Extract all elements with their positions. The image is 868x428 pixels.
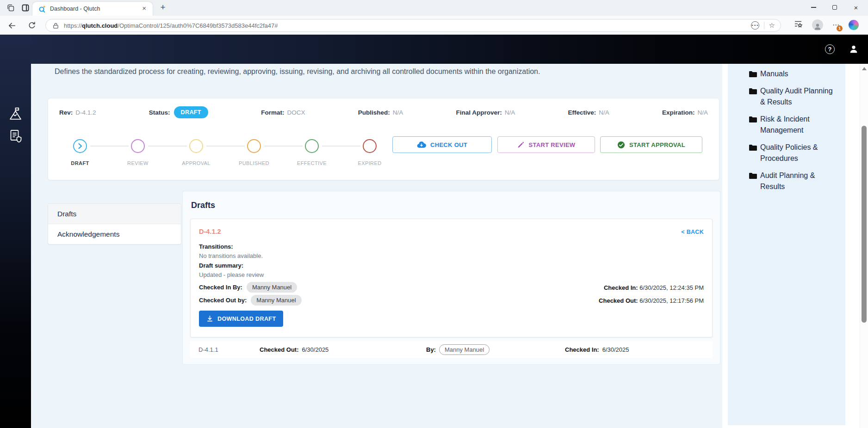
back-icon[interactable] — [6, 19, 18, 31]
checked-in-timestamp: Checked In: 6/30/2025, 12:24:35 PM — [604, 284, 704, 291]
folder-icon — [749, 144, 757, 151]
step-label-effective: EFFECTIVE — [286, 160, 337, 166]
browser-tab[interactable]: Dashboard - Qlutch × — [32, 2, 153, 16]
folder-label: Risk & Incident Management — [760, 114, 839, 136]
url-scheme: https:// — [64, 22, 82, 29]
step-label-review: REVIEW — [112, 160, 163, 166]
folder-icon — [749, 87, 757, 95]
screen: Dashboard - Qlutch × + × https://qlutch.… — [0, 0, 868, 428]
meta-format: Format:DOCX — [261, 109, 305, 116]
step-label-expired: EXPIRED — [344, 160, 395, 166]
address-bar[interactable]: https://qlutch.cloud/OptimaControl/125/a… — [45, 19, 781, 32]
refresh-icon[interactable] — [26, 19, 38, 31]
effective-value: N/A — [599, 109, 609, 116]
new-tab-button[interactable]: + — [156, 1, 169, 14]
meta-effective: Effective:N/A — [568, 109, 609, 116]
folder-item-quality-policies[interactable]: Quality Policies & Procedures — [749, 142, 845, 164]
transitions-label: Transitions: — [199, 243, 233, 250]
checked-out-value: 6/30/2025, 12:17:56 PM — [639, 297, 704, 304]
step-circle-review — [131, 139, 145, 153]
favorites-list-icon[interactable] — [794, 19, 803, 31]
rev-value: D-4.1.2 — [75, 109, 96, 116]
folder-item-manuals[interactable]: Manuals — [749, 68, 845, 79]
drafts-panel: Drafts D-4.1.2 < BACK Transitions: No tr… — [182, 191, 720, 365]
scrollbar-up-arrow[interactable] — [862, 67, 867, 70]
url-host: qlutch.cloud — [82, 22, 118, 29]
folder-label: Quality Audit Planning & Results — [760, 86, 839, 108]
bookmark-star-icon[interactable]: ☆ — [769, 21, 775, 30]
folder-label: Audit Planning & Results — [760, 170, 839, 192]
more-options-icon[interactable]: ••• — [751, 21, 759, 30]
published-value: N/A — [393, 109, 403, 116]
section-tabs-card: Drafts Acknowledgements — [48, 203, 181, 245]
window-minimize-button[interactable] — [806, 1, 821, 14]
start-approval-button[interactable]: START APPROVAL — [600, 136, 702, 153]
browser-settings-icon[interactable]: ⋯ 1 — [832, 21, 839, 29]
check-circle-icon — [617, 141, 625, 149]
history-checked-in-label: Checked In: — [565, 346, 599, 353]
expiration-label: Expiration: — [662, 109, 695, 116]
checked-out-by-label: Checked Out by: — [199, 297, 247, 304]
milestone-mountain-icon[interactable] — [8, 107, 23, 123]
step-circle-approval — [189, 139, 203, 153]
tab-close-icon[interactable]: × — [142, 2, 146, 16]
check-out-button[interactable]: CHECK OUT — [392, 136, 492, 153]
drafts-panel-title: Drafts — [191, 201, 215, 210]
cloud-download-icon — [417, 141, 426, 148]
folder-label: Manuals — [760, 68, 839, 79]
format-value: DOCX — [287, 109, 305, 116]
history-draft-id: D-4.1.1 — [198, 346, 260, 353]
back-link[interactable]: < BACK — [681, 229, 704, 235]
page-scrollbar[interactable] — [860, 64, 868, 428]
draft-id: D-4.1.2 — [199, 228, 221, 235]
workspaces-icon[interactable] — [6, 3, 16, 12]
published-label: Published: — [358, 109, 390, 116]
step-label-draft: DRAFT — [55, 160, 105, 166]
download-draft-button[interactable]: DOWNLOAD DRAFT — [199, 311, 283, 327]
history-by: By:Manny Manuel — [426, 344, 565, 355]
check-out-label: CHECK OUT — [430, 141, 467, 148]
profile-avatar[interactable] — [812, 19, 823, 31]
browser-tab-strip: Dashboard - Qlutch × + × — [0, 0, 868, 16]
help-icon[interactable]: ? — [825, 44, 835, 54]
checked-in-by-label: Checked In By: — [199, 284, 242, 291]
checked-in-label: Checked In: — [604, 284, 638, 291]
checked-in-value: 6/30/2025, 12:24:35 PM — [639, 284, 704, 291]
tab-panel-icon[interactable] — [20, 3, 31, 12]
draft-summary-label: Draft summary: — [199, 262, 243, 269]
user-account-icon[interactable] — [849, 44, 859, 56]
folder-label: Quality Policies & Procedures — [760, 142, 839, 164]
app-sidebar: ⚙ — [0, 35, 31, 428]
history-checked-out-label: Checked Out: — [260, 346, 299, 353]
draft-history-row[interactable]: D-4.1.1 Checked Out:6/30/2025 By:Manny M… — [190, 341, 713, 358]
window-close-button[interactable]: × — [849, 1, 863, 14]
lock-icon[interactable] — [52, 22, 59, 29]
draft-summary-value: Updated - please review — [199, 271, 264, 278]
folder-icon — [749, 70, 757, 78]
pencil-icon — [517, 141, 525, 148]
window-maximize-button[interactable] — [827, 1, 842, 14]
browser-essentials-icon[interactable] — [849, 20, 859, 30]
document-shield-icon[interactable] — [9, 129, 22, 145]
process-description: Defines the standardized process for cre… — [55, 66, 554, 78]
folder-item-quality-audit-planning[interactable]: Quality Audit Planning & Results — [749, 86, 845, 108]
history-checked-in: Checked In:6/30/2025 — [565, 346, 704, 353]
folder-icon — [749, 172, 757, 179]
document-meta-row: Rev:D-4.1.2 Status:DRAFT Format:DOCX Pub… — [59, 106, 708, 119]
step-label-published: PUBLISHED — [229, 160, 279, 166]
start-review-button[interactable]: START REVIEW — [497, 136, 595, 153]
folder-item-risk-incident[interactable]: Risk & Incident Management — [749, 114, 845, 136]
history-by-label: By: — [426, 346, 436, 353]
checked-out-by-pill: Manny Manuel — [251, 295, 301, 306]
folder-item-audit-planning[interactable]: Audit Planning & Results — [749, 170, 845, 192]
document-status-card: Rev:D-4.1.2 Status:DRAFT Format:DOCX Pub… — [48, 98, 719, 180]
step-circle-expired — [363, 139, 377, 153]
format-label: Format: — [261, 109, 284, 116]
history-checked-out: Checked Out:6/30/2025 — [260, 346, 426, 353]
tab-acknowledgements[interactable]: Acknowledgements — [48, 224, 181, 245]
start-review-label: START REVIEW — [529, 141, 576, 148]
scrollbar-thumb[interactable] — [862, 126, 867, 323]
tab-drafts[interactable]: Drafts — [48, 204, 181, 224]
browser-toolbar: https://qlutch.cloud/OptimaControl/125/a… — [0, 16, 868, 35]
checked-out-label: Checked Out: — [599, 297, 638, 304]
